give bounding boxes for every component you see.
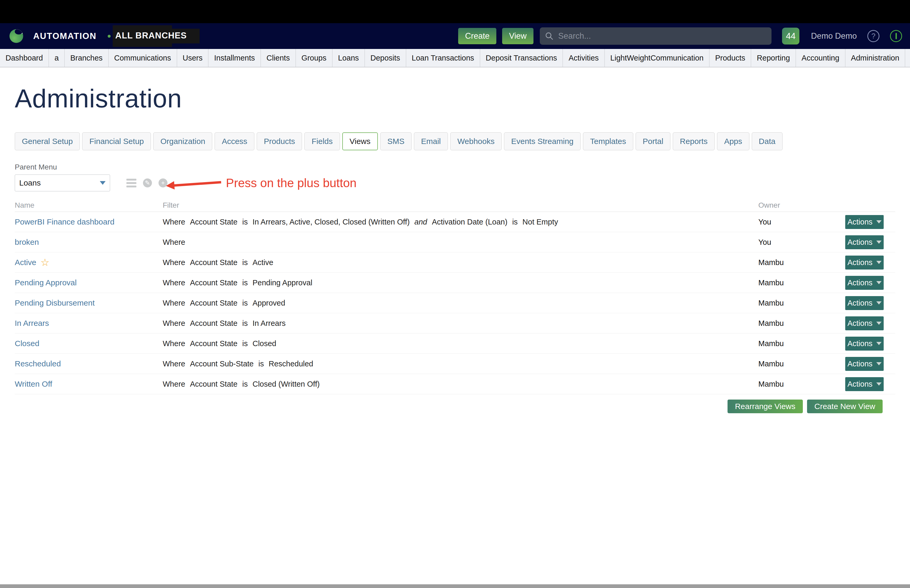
- module-nav-item[interactable]: LightWeightCommunication: [605, 49, 710, 67]
- views-table-header: Name Filter Owner: [15, 199, 895, 212]
- annotation-text: Press on the plus button: [226, 176, 357, 190]
- actions-button[interactable]: Actions: [845, 276, 884, 290]
- module-nav-item[interactable]: Clients: [261, 49, 296, 67]
- module-nav-item[interactable]: Branches: [65, 49, 109, 67]
- filter-operator: is: [258, 360, 264, 368]
- admin-tab[interactable]: Portal: [636, 132, 671, 150]
- parent-menu-select[interactable]: Loans: [15, 174, 110, 191]
- module-nav-item[interactable]: Users: [177, 49, 209, 67]
- actions-label: Actions: [847, 218, 872, 226]
- module-nav-item[interactable]: Products: [710, 49, 751, 67]
- actions-label: Actions: [847, 339, 872, 348]
- view-name-link[interactable]: Active☆: [15, 257, 163, 268]
- owner-cell: Mambu: [758, 299, 845, 307]
- filter-field: Account State: [190, 299, 238, 307]
- actions-button[interactable]: Actions: [845, 215, 884, 229]
- admin-tab[interactable]: Data: [752, 132, 782, 150]
- admin-tab[interactable]: Reports: [673, 132, 714, 150]
- footer-actions: Rearrange Views Create New View: [15, 399, 883, 413]
- view-name-link[interactable]: PowerBI Finance dashboard: [15, 217, 163, 226]
- filter-operator: is: [242, 278, 248, 287]
- module-nav-item[interactable]: Loan Transactions: [406, 49, 480, 67]
- rearrange-views-button[interactable]: Rearrange Views: [727, 399, 803, 413]
- module-nav-item[interactable]: Administration: [845, 49, 905, 67]
- edit-pencil-icon[interactable]: ✎: [143, 178, 152, 187]
- branch-name: ALL BRANCHES: [115, 31, 187, 40]
- view-name: Rescheduled: [15, 359, 61, 368]
- admin-tab[interactable]: Events Streaming: [504, 132, 580, 150]
- actions-button[interactable]: Actions: [845, 377, 884, 391]
- owner-cell: Mambu: [758, 278, 845, 287]
- help-icon[interactable]: ?: [867, 30, 879, 42]
- col-header-name: Name: [15, 201, 163, 210]
- module-nav-item[interactable]: Reporting: [751, 49, 796, 67]
- filter-operator: is: [242, 218, 248, 226]
- admin-tab[interactable]: Views: [342, 132, 378, 150]
- global-search[interactable]: [540, 27, 771, 45]
- module-nav-item[interactable]: Accounting: [796, 49, 845, 67]
- chevron-down-icon: [876, 241, 882, 244]
- filter-value: Pending Approval: [252, 278, 312, 287]
- view-button[interactable]: View: [502, 28, 533, 44]
- view-name-link[interactable]: Written Off: [15, 380, 163, 388]
- view-name-link[interactable]: Pending Approval: [15, 278, 163, 287]
- module-nav-item[interactable]: Deposits: [365, 49, 406, 67]
- admin-tab[interactable]: Email: [414, 132, 448, 150]
- view-name-link[interactable]: broken: [15, 237, 163, 247]
- actions-button[interactable]: Actions: [845, 357, 884, 371]
- list-views-icon[interactable]: [126, 179, 136, 187]
- owner-cell: Mambu: [758, 258, 845, 267]
- actions-label: Actions: [847, 299, 872, 307]
- filter-value: Closed: [252, 339, 276, 348]
- admin-tab[interactable]: Products: [257, 132, 302, 150]
- module-nav-item[interactable]: Activities: [563, 49, 605, 67]
- view-name: broken: [15, 237, 39, 247]
- notification-count-badge[interactable]: 44: [782, 27, 799, 44]
- branch-selector[interactable]: ALL BRANCHES: [113, 23, 200, 49]
- red-arrow-icon: [174, 181, 221, 187]
- filter-field: Activation Date (Loan): [432, 218, 508, 226]
- create-button[interactable]: Create: [458, 28, 496, 44]
- owner-cell: You: [758, 218, 845, 226]
- module-nav-item[interactable]: Loans: [333, 49, 365, 67]
- admin-tab[interactable]: Fields: [304, 132, 339, 150]
- module-nav-item[interactable]: Communications: [109, 49, 177, 67]
- admin-tab[interactable]: Access: [215, 132, 254, 150]
- filter-value: Closed (Written Off): [252, 380, 320, 388]
- search-input[interactable]: [558, 31, 766, 41]
- admin-tab[interactable]: Apps: [717, 132, 749, 150]
- actions-button[interactable]: Actions: [845, 337, 884, 351]
- view-name-link[interactable]: Pending Disbursement: [15, 299, 163, 307]
- user-menu[interactable]: Demo Demo: [811, 31, 857, 41]
- module-nav-item[interactable]: Profit Sharing: [905, 49, 910, 67]
- view-name-link[interactable]: Closed: [15, 339, 163, 348]
- table-row: Rescheduled Where Account Sub-State is R…: [15, 354, 895, 374]
- admin-tab[interactable]: SMS: [380, 132, 412, 150]
- actions-button[interactable]: Actions: [845, 317, 884, 330]
- star-icon: ☆: [40, 257, 50, 268]
- admin-tab[interactable]: Webhooks: [450, 132, 502, 150]
- module-nav-item[interactable]: Deposit Transactions: [480, 49, 563, 67]
- filter-keyword: Where: [163, 299, 185, 307]
- view-name-link[interactable]: Rescheduled: [15, 359, 163, 368]
- actions-button[interactable]: Actions: [845, 296, 884, 310]
- filter-field: Account State: [190, 380, 238, 388]
- actions-button[interactable]: Actions: [845, 255, 884, 270]
- view-name: PowerBI Finance dashboard: [15, 217, 115, 226]
- view-name-link[interactable]: In Arrears: [15, 319, 163, 328]
- module-nav-item[interactable]: Groups: [296, 49, 333, 67]
- filter-operator: is: [242, 319, 248, 328]
- chevron-down-icon: [876, 301, 882, 305]
- actions-button[interactable]: Actions: [845, 235, 884, 249]
- admin-tab[interactable]: Financial Setup: [82, 132, 151, 150]
- module-nav-item[interactable]: a: [49, 49, 65, 67]
- admin-tab[interactable]: Organization: [153, 132, 212, 150]
- table-row: PowerBI Finance dashboard Where Account …: [15, 212, 895, 232]
- admin-tab[interactable]: Templates: [583, 132, 633, 150]
- power-logout-icon[interactable]: [890, 30, 902, 42]
- module-nav-item[interactable]: Installments: [209, 49, 261, 67]
- actions-label: Actions: [847, 319, 872, 328]
- create-new-view-button[interactable]: Create New View: [807, 399, 883, 413]
- admin-tab[interactable]: General Setup: [15, 132, 80, 150]
- module-nav-item[interactable]: Dashboard: [0, 49, 49, 67]
